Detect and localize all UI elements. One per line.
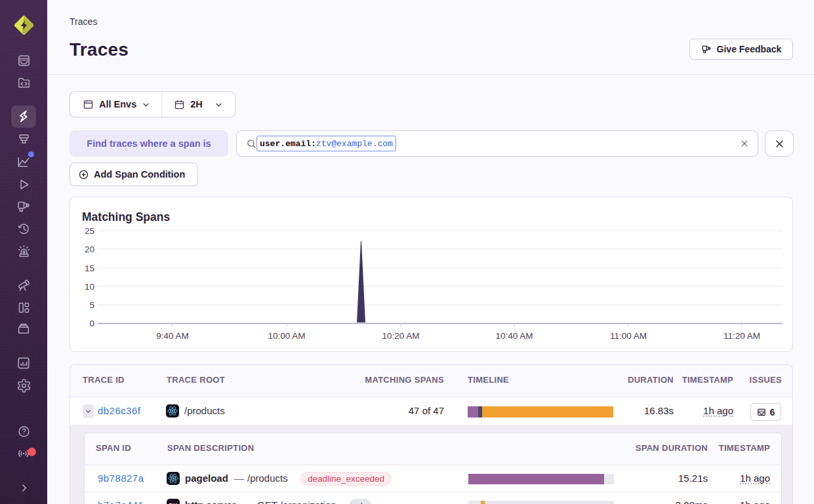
svg-text:10:20 AM: 10:20 AM [382, 331, 419, 341]
svg-text:9:40 AM: 9:40 AM [156, 331, 189, 341]
svg-text:25: 25 [85, 226, 94, 236]
svg-text:10: 10 [85, 282, 94, 292]
svg-text:5: 5 [89, 300, 94, 310]
svg-text:11:00 AM: 11:00 AM [610, 331, 647, 341]
svg-text:11:20 AM: 11:20 AM [723, 331, 760, 341]
svg-text:10:00 AM: 10:00 AM [268, 331, 305, 341]
svg-text:15: 15 [85, 263, 94, 273]
svg-text:0: 0 [89, 319, 94, 328]
svg-text:20: 20 [85, 244, 94, 254]
svg-text:10:40 AM: 10:40 AM [495, 331, 533, 341]
